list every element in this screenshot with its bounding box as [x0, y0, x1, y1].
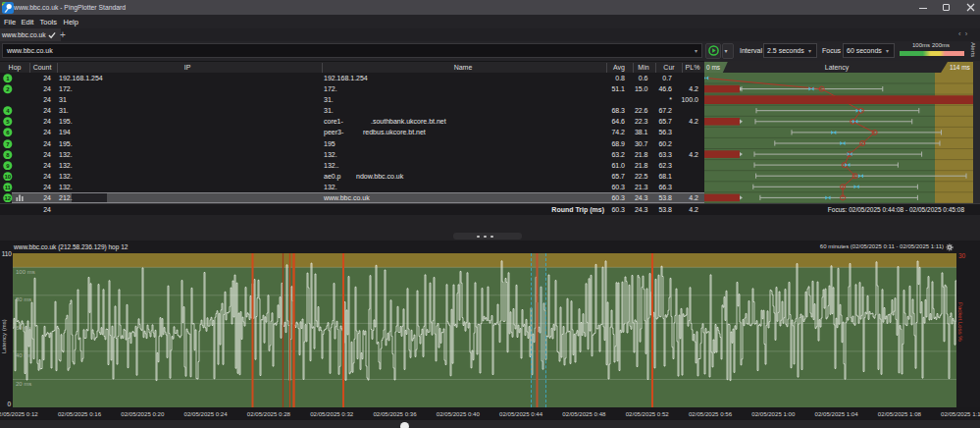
svg-text:20 ms: 20 ms — [16, 381, 31, 387]
svg-text:100 ms: 100 ms — [16, 269, 35, 275]
svg-text:60 ms: 60 ms — [16, 325, 31, 331]
svg-text:11: 11 — [5, 185, 12, 190]
svg-text:12: 12 — [4, 195, 11, 201]
svg-text:80 ms: 80 ms — [16, 296, 31, 302]
svg-text:40 ms: 40 ms — [16, 352, 31, 358]
svg-text:10: 10 — [4, 174, 11, 180]
